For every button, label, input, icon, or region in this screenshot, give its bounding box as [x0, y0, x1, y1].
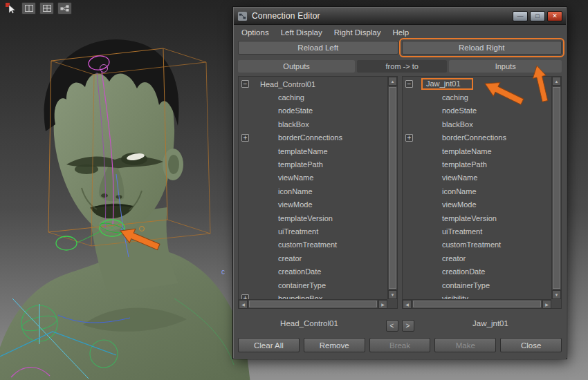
scroll-thumb[interactable] — [553, 87, 560, 289]
prev-node-button[interactable]: < — [386, 320, 398, 332]
window-titlebar[interactable]: Connection Editor — □ ✕ — [234, 8, 566, 25]
scroll-right-icon[interactable]: ▶ — [542, 300, 551, 309]
node-root-row[interactable]: −Head_Control01 — [239, 77, 387, 91]
scroll-thumb[interactable] — [249, 301, 377, 307]
left-horizontal-scrollbar[interactable]: ◀ ▶ — [239, 299, 387, 308]
right-horizontal-scrollbar[interactable]: ◀ ▶ — [403, 299, 551, 308]
attribute-row[interactable]: viewMode — [239, 198, 387, 211]
attribute-row[interactable]: containerType — [403, 278, 551, 292]
expand-toggle-icon[interactable]: − — [405, 80, 413, 88]
close-button[interactable]: Close — [500, 338, 562, 352]
attribute-row[interactable]: uiTreatment — [403, 225, 551, 238]
expand-toggle-icon[interactable]: − — [241, 80, 249, 88]
scroll-left-icon[interactable]: ◀ — [403, 300, 412, 309]
scroll-up-icon[interactable]: ▲ — [388, 77, 397, 86]
connection-editor-window: Connection Editor — □ ✕ Options Left Dis… — [233, 7, 567, 359]
tab-inputs[interactable]: Inputs — [449, 60, 562, 73]
left-attribute-list: −Head_Control01cachingnodeStateblackBox+… — [239, 77, 387, 299]
left-vertical-scrollbar[interactable]: ▲ ▼ — [387, 77, 397, 299]
attribute-label: iconName — [442, 187, 477, 196]
tab-outputs[interactable]: Outputs — [238, 60, 355, 73]
scroll-down-icon[interactable]: ▼ — [388, 290, 397, 299]
panel-layout-icon[interactable] — [21, 2, 36, 15]
tab-row: Outputs from -> to Inputs — [238, 60, 562, 73]
select-tool-cursor-icon[interactable] — [3, 2, 18, 15]
attribute-row[interactable]: viewName — [403, 171, 551, 184]
right-vertical-scrollbar[interactable]: ▲ ▼ — [551, 77, 561, 299]
attribute-row[interactable]: customTreatment — [239, 238, 387, 251]
attribute-row[interactable]: iconName — [239, 184, 387, 198]
scroll-down-icon[interactable]: ▼ — [552, 290, 561, 299]
node-root-row[interactable]: −Jaw_jnt01 — [403, 77, 551, 91]
attribute-row[interactable]: templateName — [239, 144, 387, 158]
attribute-row[interactable]: viewMode — [403, 198, 551, 211]
attribute-row[interactable]: caching — [403, 91, 551, 104]
attribute-row[interactable]: customTreatment — [403, 238, 551, 251]
panel-grid-icon[interactable] — [39, 2, 54, 15]
expand-toggle-icon[interactable]: + — [241, 134, 249, 142]
attribute-row[interactable]: templateName — [403, 144, 551, 158]
scroll-track[interactable] — [248, 300, 378, 308]
attribute-row[interactable]: creator — [239, 251, 387, 265]
window-close-button[interactable]: ✕ — [547, 11, 562, 21]
attribute-label: caching — [442, 93, 468, 102]
right-attribute-list: −Jaw_jnt01cachingnodeStateblackBox+borde… — [403, 77, 551, 299]
attribute-row[interactable]: templatePath — [403, 158, 551, 171]
attribute-row[interactable]: +boundingBox — [239, 292, 387, 299]
attribute-row[interactable]: templatePath — [239, 158, 387, 171]
scroll-up-icon[interactable]: ▲ — [552, 77, 561, 86]
attribute-label: templatePath — [442, 160, 487, 169]
scroll-thumb[interactable] — [413, 301, 541, 307]
attribute-row[interactable]: nodeState — [239, 104, 387, 117]
attribute-row[interactable]: blackBox — [403, 117, 551, 131]
break-button[interactable]: Break — [369, 338, 431, 352]
expand-toggle-icon[interactable]: + — [405, 134, 413, 142]
scroll-left-icon[interactable]: ◀ — [239, 300, 248, 309]
next-node-button[interactable]: > — [402, 320, 414, 332]
scroll-track[interactable] — [552, 86, 561, 290]
attribute-label: templateVersion — [278, 214, 333, 222]
menu-right-display[interactable]: Right Display — [334, 28, 381, 37]
minimize-button[interactable]: — — [513, 11, 528, 21]
attribute-row[interactable]: containerType — [239, 278, 387, 292]
node-network-icon[interactable] — [57, 2, 72, 15]
attribute-row[interactable]: templateVersion — [239, 211, 387, 225]
attribute-label: borderConnections — [442, 133, 506, 142]
attribute-row[interactable]: viewName — [239, 171, 387, 184]
attribute-label: blackBox — [278, 120, 309, 129]
attribute-row[interactable]: +borderConnections — [403, 131, 551, 144]
maximize-button[interactable]: □ — [530, 11, 545, 21]
attribute-row[interactable]: blackBox — [239, 117, 387, 131]
attribute-label: nodeState — [442, 106, 477, 115]
attribute-label: creator — [442, 254, 466, 263]
make-button[interactable]: Make — [434, 338, 496, 352]
tab-from-to[interactable]: from -> to — [357, 60, 447, 73]
attribute-label: visibility — [442, 294, 468, 299]
scroll-track[interactable] — [412, 300, 542, 308]
attribute-row[interactable]: +borderConnections — [239, 131, 387, 144]
attribute-row[interactable]: uiTreatment — [239, 225, 387, 238]
scroll-right-icon[interactable]: ▶ — [378, 300, 387, 309]
attribute-row[interactable]: creator — [403, 251, 551, 265]
menu-options[interactable]: Options — [241, 28, 269, 37]
reload-left-button[interactable]: Reload Left — [238, 41, 398, 55]
attribute-row[interactable]: creationDate — [403, 265, 551, 278]
reload-right-button[interactable]: Reload Right — [402, 41, 562, 55]
clear-all-button[interactable]: Clear All — [238, 338, 300, 352]
menu-help[interactable]: Help — [392, 28, 409, 37]
attribute-label: templatePath — [278, 160, 323, 169]
attribute-row[interactable]: caching — [239, 91, 387, 104]
attribute-row[interactable]: nodeState — [403, 104, 551, 117]
attribute-row[interactable]: templateVersion — [403, 211, 551, 225]
remove-button[interactable]: Remove — [304, 338, 365, 352]
attribute-label: customTreatment — [278, 240, 337, 249]
attribute-label: nodeState — [278, 106, 313, 115]
attribute-row[interactable]: visibility — [403, 292, 551, 299]
annotation-letter: c — [221, 268, 225, 276]
attribute-label: blackBox — [442, 120, 473, 129]
attribute-row[interactable]: iconName — [403, 184, 551, 198]
attribute-row[interactable]: creationDate — [239, 265, 387, 278]
menu-left-display[interactable]: Left Display — [281, 28, 322, 37]
scroll-track[interactable] — [388, 86, 397, 290]
scroll-thumb[interactable] — [389, 87, 396, 289]
